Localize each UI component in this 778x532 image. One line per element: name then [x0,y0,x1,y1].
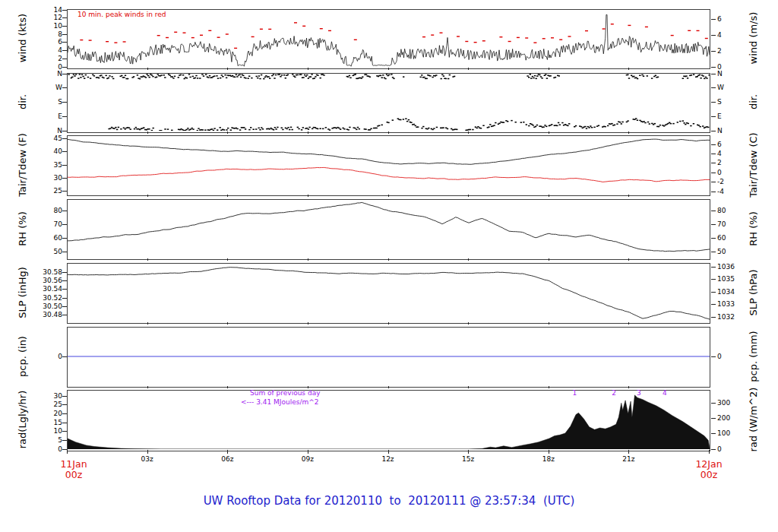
y-tick-label-left: 45 [0,135,62,143]
dir-point [121,75,122,77]
rad-peak-number: 3 [634,389,644,397]
y-tick-label-right: N [717,127,770,135]
dir-point [480,128,482,129]
y-tick-label-left: 25 [0,401,62,409]
peak-wind-dash [688,30,691,31]
dir-point [226,129,227,131]
dir-point [365,74,367,76]
dir-point [146,74,147,75]
dir-point [488,126,489,128]
dir-point [68,74,69,75]
dir-point [530,78,532,79]
dir-point [204,129,206,131]
dir-point [120,128,122,130]
peak-wind-dash [533,43,536,43]
x-major-tick [67,450,68,454]
peak-wind-dash [585,30,588,31]
peak-wind-dash [80,40,83,40]
y-tick-mark-left [62,298,67,299]
peak-wind-dash [217,37,220,38]
dir-point [248,76,250,78]
dir-point [558,75,560,77]
y-tick-label-right: 0 [717,445,770,454]
dir-point [79,74,81,75]
dir-point [365,128,366,130]
dir-point [125,128,126,130]
dir-point [515,122,517,123]
dir-point [160,74,162,76]
dir-point [139,78,141,80]
y-tick-label-left: 30.52 [0,294,62,302]
y-tick-mark-right [711,211,716,211]
dir-point [180,74,182,76]
peak-wind-dash [457,36,460,36]
dir-point [323,74,324,76]
peak-wind-dash [208,30,211,31]
dir-point [73,74,74,75]
dir-point [539,74,540,76]
dir-point [536,78,537,80]
x-tick-label: 18z [532,455,565,463]
dir-point [312,128,313,130]
dir-point [306,74,308,76]
dir-point [71,77,73,78]
dir-point [135,127,137,128]
dir-point [153,128,154,129]
dir-point [633,76,634,78]
y-tick-label-right: 60 [717,234,770,242]
dir-point [359,128,360,130]
dir-point [248,129,250,131]
dir-point [174,76,176,78]
dir-point [683,122,685,124]
dir-point [489,124,491,125]
dir-point [528,125,530,127]
dir-point [167,128,169,130]
peak-wind-dash [551,37,554,38]
dir-point [191,128,193,129]
dir-point [75,74,77,75]
dir-point [113,128,115,129]
peak-wind-dash [354,40,357,40]
dir-point [306,128,308,129]
dir-point [546,78,548,79]
y-tick-mark-right [711,116,716,117]
dir-point [627,120,628,122]
dir-point [651,78,653,79]
dir-point [387,122,389,124]
dir-point [164,77,166,78]
y-tick-mark-left [62,280,67,281]
dir-point [261,74,262,76]
dir-point [417,126,419,128]
dir-point [163,74,165,76]
x-minor-tick [147,195,148,197]
x-minor-tick [388,322,389,325]
panel-humidity [67,199,710,260]
dir-point [232,75,233,77]
RH_pct-line [68,202,710,251]
y-tick-label-left: S [0,98,62,106]
humidity-plot [68,200,710,258]
peak-wind-dash [234,48,237,49]
rad-peak-number: 1 [570,389,579,397]
dir-point [534,75,536,77]
dir-point [137,74,138,76]
dir-point [186,129,188,131]
dir-point [653,76,655,78]
x-minor-tick [147,386,148,388]
peak-wind-dash [106,41,109,42]
y-tick-mark-right [711,67,716,68]
y-tick-label-right: 1035 [717,275,770,283]
dir-point [259,129,261,131]
pressure-plot [68,264,710,321]
dir-point [296,74,298,76]
dir-point [687,78,688,79]
dir-point [322,128,324,130]
dir-point [654,123,656,125]
dir-point [639,120,640,122]
x-minor-tick [308,131,308,134]
dir-point [641,74,643,76]
x-minor-tick [388,386,389,388]
dir-point [151,130,153,131]
dir-point [405,119,406,120]
x-major-tick [388,450,389,454]
